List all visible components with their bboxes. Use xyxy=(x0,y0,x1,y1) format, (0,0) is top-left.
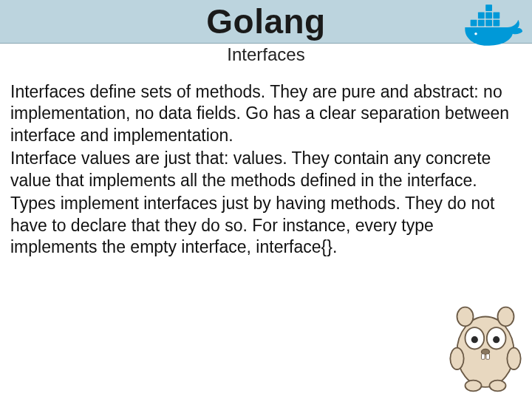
body-text: Interfaces define sets of methods. They … xyxy=(10,81,522,260)
svg-point-14 xyxy=(466,381,482,392)
svg-rect-2 xyxy=(485,20,492,27)
page-subtitle: Interfaces xyxy=(0,44,532,65)
svg-rect-21 xyxy=(482,354,485,359)
svg-rect-6 xyxy=(493,12,499,18)
svg-point-18 xyxy=(471,336,478,343)
svg-point-12 xyxy=(450,348,463,369)
go-gopher-icon xyxy=(445,297,526,393)
paragraph-2: Interface values are just that: values. … xyxy=(10,148,522,191)
svg-point-11 xyxy=(498,307,514,327)
svg-rect-7 xyxy=(485,4,492,11)
svg-rect-22 xyxy=(486,354,490,359)
svg-point-15 xyxy=(490,381,506,392)
svg-point-13 xyxy=(507,348,520,369)
docker-whale-icon xyxy=(460,3,525,47)
paragraph-1: Interfaces define sets of methods. They … xyxy=(10,81,522,146)
svg-rect-4 xyxy=(478,12,485,18)
paragraph-3: Types implement interfaces just by havin… xyxy=(10,193,522,258)
svg-rect-3 xyxy=(493,20,499,27)
svg-rect-0 xyxy=(471,20,477,27)
svg-rect-5 xyxy=(485,12,492,18)
svg-point-19 xyxy=(493,336,499,343)
svg-point-10 xyxy=(457,307,474,327)
slide: Golang Interfaces Interfaces define sets… xyxy=(0,0,532,399)
svg-point-8 xyxy=(474,33,477,35)
page-title: Golang xyxy=(0,1,532,41)
svg-rect-1 xyxy=(478,20,485,27)
